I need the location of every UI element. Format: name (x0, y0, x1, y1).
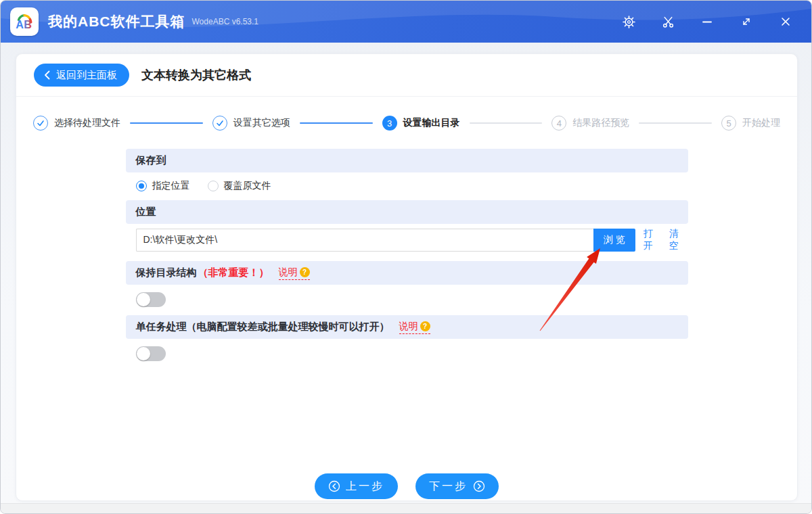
previous-step-label: 上一步 (346, 480, 384, 494)
step-connector (639, 122, 712, 124)
output-settings-form: 保存到 指定位置 覆盖原文件 位置 浏 览 打开 清空 (126, 149, 688, 369)
help-link-label: 说明 (279, 266, 298, 279)
page-title: 文本转换为其它格式 (141, 67, 251, 83)
output-path-input[interactable] (136, 229, 594, 252)
keep-structure-toggle-row (126, 285, 688, 315)
wizard-nav-footer: 上一步 下一步 (16, 473, 797, 499)
circled-chevron-left-icon (328, 480, 340, 492)
step-2-check-icon (212, 116, 227, 131)
single-task-title: 单任务处理（电脑配置较差或批量处理较慢时可以打开） (136, 321, 390, 333)
save-to-options-row: 指定位置 覆盖原文件 (126, 172, 688, 200)
step-connector (130, 122, 203, 124)
location-section-header: 位置 (126, 200, 688, 224)
location-title: 位置 (136, 206, 156, 218)
close-icon[interactable] (779, 15, 792, 28)
help-link-label: 说明 (399, 321, 418, 333)
step-3-label: 设置输出目录 (403, 117, 460, 129)
step-5-start-processing: 5 开始处理 (721, 116, 780, 131)
next-step-label: 下一步 (429, 480, 468, 494)
keep-structure-warning: （非常重要！） (198, 266, 269, 279)
svg-text:A: A (16, 18, 24, 30)
step-5-number: 5 (721, 116, 736, 131)
app-logo: A B (10, 7, 39, 36)
app-version: WodeABC v6.53.1 (192, 17, 259, 26)
step-1-label: 选择待处理文件 (54, 117, 120, 129)
radio-selected-icon (136, 181, 147, 191)
toggle-knob (137, 347, 150, 360)
panel-header: 返回到主面板 文本转换为其它格式 (16, 54, 797, 97)
settings-gear-icon[interactable] (622, 15, 635, 28)
step-3-output-directory: 3 设置输出目录 (382, 116, 460, 131)
minimize-icon[interactable] (700, 15, 714, 28)
question-mark-icon: ? (300, 267, 310, 277)
step-2-set-options: 设置其它选项 (212, 116, 290, 131)
radio-specified-location[interactable]: 指定位置 (136, 180, 190, 192)
step-2-label: 设置其它选项 (233, 117, 290, 129)
keep-structure-toggle-off[interactable] (136, 292, 166, 307)
single-task-help-link[interactable]: 说明 ? (399, 321, 430, 334)
svg-text:B: B (24, 18, 32, 30)
save-to-section-header: 保存到 (126, 149, 688, 172)
next-step-button[interactable]: 下一步 (415, 473, 499, 499)
keep-structure-title: 保持目录结构 (136, 266, 197, 279)
step-5-label: 开始处理 (742, 117, 780, 129)
previous-step-button[interactable]: 上一步 (315, 473, 398, 499)
toggle-knob (137, 293, 150, 306)
question-mark-icon: ? (420, 321, 430, 331)
step-wizard: 选择待处理文件 设置其它选项 3 设置输出目录 4 结果路径预览 5 (16, 114, 797, 133)
radio-overwrite-label: 覆盖原文件 (224, 180, 271, 192)
maximize-icon[interactable] (740, 15, 753, 28)
back-button-label: 返回到主面板 (56, 69, 117, 82)
step-connector (470, 122, 543, 124)
radio-overwrite-original[interactable]: 覆盖原文件 (208, 180, 271, 192)
keep-structure-section-header: 保持目录结构 （非常重要！） 说明 ? (126, 261, 688, 285)
step-4-result-preview: 4 结果路径预览 (551, 116, 629, 131)
step-3-number: 3 (382, 116, 397, 131)
window-controls (622, 15, 798, 28)
open-folder-link[interactable]: 打开 (644, 228, 662, 252)
clear-path-link[interactable]: 清空 (669, 228, 688, 252)
back-to-dashboard-button[interactable]: 返回到主面板 (34, 64, 129, 87)
step-connector (300, 122, 373, 124)
radio-unselected-icon (208, 181, 219, 191)
step-4-number: 4 (551, 116, 566, 131)
step-1-check-icon (33, 116, 48, 131)
step-4-label: 结果路径预览 (572, 117, 629, 129)
radio-specified-label: 指定位置 (152, 180, 190, 192)
chevron-left-icon (44, 70, 50, 80)
app-logo-icon: A B (13, 10, 36, 33)
single-task-toggle-off[interactable] (136, 346, 166, 361)
save-to-title: 保存到 (136, 154, 166, 167)
keep-structure-help-link[interactable]: 说明 ? (279, 266, 310, 280)
circled-chevron-right-icon (473, 480, 485, 492)
step-1-select-files: 选择待处理文件 (33, 116, 120, 131)
location-input-row: 浏 览 打开 清空 (126, 224, 688, 261)
app-title: 我的ABC软件工具箱 (48, 12, 185, 31)
single-task-toggle-row (126, 339, 688, 369)
app-window: A B 我的ABC软件工具箱 WodeABC v6.53.1 (0, 0, 812, 514)
window-bottom-strip (1, 503, 811, 513)
main-panel: 返回到主面板 文本转换为其它格式 选择待处理文件 设置其它选项 3 (16, 53, 798, 501)
browse-button[interactable]: 浏 览 (593, 229, 635, 252)
single-task-section-header: 单任务处理（电脑配置较差或批量处理较慢时可以打开） 说明 ? (126, 315, 688, 339)
scissors-screenshot-icon[interactable] (661, 15, 675, 28)
titlebar: A B 我的ABC软件工具箱 WodeABC v6.53.1 (1, 1, 811, 43)
